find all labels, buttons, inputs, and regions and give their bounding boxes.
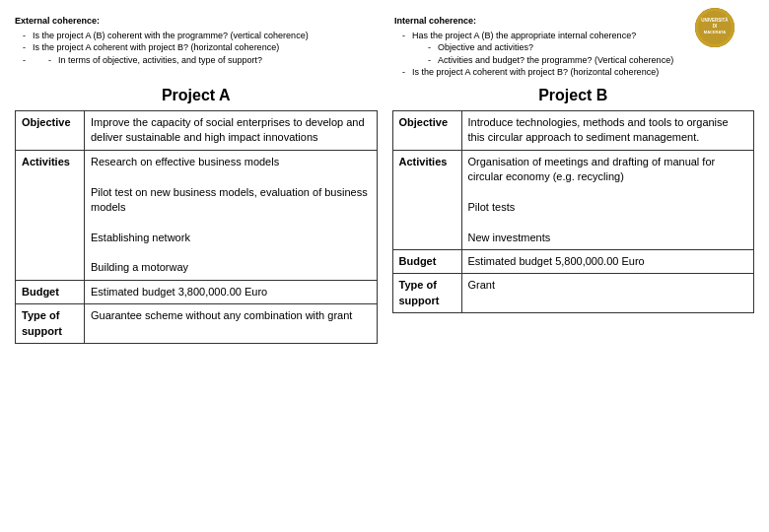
- objective-content-b: Introduce technologies, methods and tool…: [461, 110, 754, 150]
- svg-text:DI: DI: [713, 24, 718, 29]
- internal-coherence-list: - Has the project A (B) the appropriate …: [394, 30, 754, 79]
- external-coherence-title: External coherence:: [15, 15, 375, 28]
- support-label-a: Type of support: [16, 304, 85, 344]
- budget-content-a: Estimated budget 3,800,000.00 Euro: [85, 280, 378, 303]
- ext-sub-item-1: In terms of objective, activities, and t…: [48, 54, 375, 67]
- budget-label-a: Budget: [16, 280, 85, 303]
- table-row: Budget Estimated budget 5,800,000.00 Eur…: [392, 250, 754, 274]
- objective-content-a: Improve the capacity of social enterpris…: [85, 110, 378, 150]
- ext-item-3: In terms of objective, activities, and t…: [23, 54, 375, 67]
- table-row: Type of support Guarantee scheme without…: [16, 304, 378, 344]
- int-item-2: - Is the project A coherent with project…: [402, 66, 754, 79]
- table-row: Budget Estimated budget 3,800,000.00 Eur…: [16, 280, 378, 303]
- ext-item-1: Is the project A (B) coherent with the p…: [23, 30, 375, 42]
- activities-content-b: Organisation of meetings and drafting of…: [461, 150, 754, 249]
- budget-label-b: Budget: [392, 250, 461, 274]
- activities-label-b: Activities: [392, 150, 461, 249]
- support-content-b: Grant: [461, 274, 754, 313]
- support-content-a: Guarantee scheme without any combination…: [85, 304, 378, 344]
- project-a-table: Objective Improve the capacity of social…: [15, 110, 378, 344]
- table-row: Activities Organisation of meetings and …: [392, 150, 754, 249]
- int-sub-2: - Activities and budget? the programme? …: [428, 54, 754, 67]
- objective-label-a: Objective: [16, 110, 85, 150]
- project-a-title: Project A: [15, 87, 378, 104]
- table-row: Objective Introduce technologies, method…: [392, 110, 754, 150]
- project-b-table: Objective Introduce technologies, method…: [392, 110, 755, 313]
- objective-label-b: Objective: [392, 110, 461, 150]
- projects-section: Project A Objective Improve the capacity…: [15, 87, 754, 344]
- project-b-title: Project B: [392, 87, 755, 104]
- svg-text:UNIVERSITÀ: UNIVERSITÀ: [701, 17, 729, 23]
- support-label-b: Type of support: [392, 274, 461, 313]
- external-coherence-block: External coherence: Is the project A (B)…: [15, 15, 375, 79]
- table-row: Objective Improve the capacity of social…: [16, 110, 378, 150]
- table-row: Activities Research on effective busines…: [16, 150, 378, 280]
- activities-label-a: Activities: [16, 150, 85, 280]
- project-b-column: Project B Objective Introduce technologi…: [392, 87, 755, 344]
- int-item-1: - Has the project A (B) the appropriate …: [402, 30, 754, 67]
- page: UNIVERSITÀ DI MACERATA External coherenc…: [0, 0, 769, 532]
- budget-content-b: Estimated budget 5,800,000.00 Euro: [461, 250, 754, 274]
- top-section: External coherence: Is the project A (B)…: [15, 15, 754, 79]
- table-row: Type of support Grant: [392, 274, 754, 313]
- external-coherence-list: Is the project A (B) coherent with the p…: [15, 30, 375, 67]
- int-sub-1: - Objective and activities?: [428, 41, 754, 54]
- ext-item-2: Is the project A coherent with project B…: [23, 41, 375, 54]
- project-a-column: Project A Objective Improve the capacity…: [15, 87, 378, 344]
- activities-content-a: Research on effective business models Pi…: [85, 150, 378, 280]
